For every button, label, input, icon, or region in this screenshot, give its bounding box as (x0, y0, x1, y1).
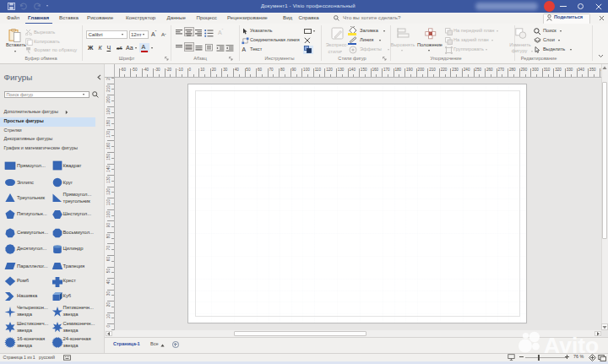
svg-text:Avito: Avito (544, 333, 599, 358)
